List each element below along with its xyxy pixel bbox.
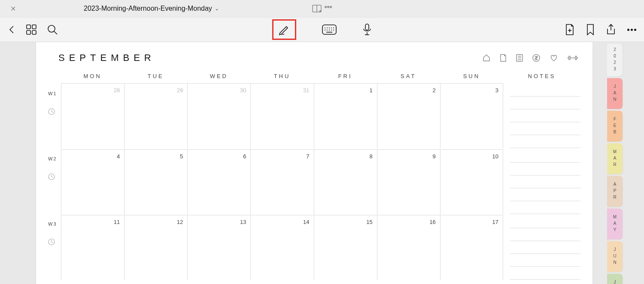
svg-rect-9 xyxy=(322,25,336,34)
day-number: 31 xyxy=(303,87,309,94)
day-header: THU xyxy=(250,73,313,83)
notes-cell[interactable] xyxy=(503,215,580,281)
day-cell[interactable]: 15 xyxy=(314,215,377,280)
day-number: 10 xyxy=(492,153,498,160)
more-button[interactable] xyxy=(627,29,636,31)
day-number: 17 xyxy=(492,219,498,225)
notes-cell[interactable] xyxy=(503,83,580,149)
finance-icon[interactable] xyxy=(532,54,540,62)
document-title-dropdown[interactable]: 2023-Morning-Afternoon-Evening-Monday ⌄ xyxy=(84,5,219,12)
chevron-down-icon: ⌄ xyxy=(215,6,219,12)
day-number: 13 xyxy=(240,219,246,225)
day-cell[interactable]: 31 xyxy=(250,83,313,148)
day-cell[interactable]: 2 xyxy=(377,83,440,148)
day-cell[interactable]: 6 xyxy=(187,149,250,215)
tab-month[interactable]: JAN xyxy=(607,78,623,109)
svg-line-41 xyxy=(52,177,53,178)
back-button[interactable] xyxy=(8,24,16,35)
tab-year[interactable]: 2023 xyxy=(607,44,623,76)
day-number: 3 xyxy=(495,87,498,94)
close-icon[interactable]: ✕ xyxy=(10,5,16,13)
month-title: SEPTEMBER xyxy=(58,52,155,63)
document-title-text: 2023-Morning-Afternoon-Evening-Monday xyxy=(84,5,212,12)
day-cell[interactable]: 4 xyxy=(61,149,124,215)
day-number: 14 xyxy=(303,219,309,225)
day-cell[interactable]: 9 xyxy=(377,149,440,215)
day-header: TUE xyxy=(124,73,187,83)
split-view-icon[interactable] xyxy=(312,5,322,12)
day-number: 7 xyxy=(306,153,309,160)
day-cell[interactable]: 17 xyxy=(440,215,503,280)
day-cell[interactable]: 5 xyxy=(124,149,187,215)
tab-month[interactable]: APR xyxy=(607,176,623,207)
titlebar-center-controls: ••• xyxy=(312,5,332,12)
day-cell[interactable]: 1 xyxy=(314,83,377,148)
search-button[interactable] xyxy=(46,24,58,36)
notes-cell[interactable] xyxy=(503,149,580,215)
tab-month[interactable]: FEB xyxy=(607,111,623,142)
week-label: W3 xyxy=(48,221,57,227)
svg-rect-31 xyxy=(569,56,570,60)
svg-rect-21 xyxy=(365,24,369,30)
clock-icon[interactable] xyxy=(48,173,55,182)
day-cell[interactable]: 12 xyxy=(124,215,187,280)
day-number: 29 xyxy=(177,87,183,94)
day-header: FRI xyxy=(314,73,377,83)
day-header: SAT xyxy=(377,73,440,83)
day-cell[interactable]: 30 xyxy=(187,83,250,148)
tab-month[interactable]: MAY xyxy=(607,208,623,239)
toolbar xyxy=(0,17,644,42)
keyboard-tool-button[interactable] xyxy=(322,24,337,35)
workspace: SEPTEMBER W1W2W3 MONTUEWEDTHUFRISATSUNNO… xyxy=(0,42,644,284)
page-nav-icons xyxy=(483,54,578,62)
page-icon[interactable] xyxy=(500,54,507,62)
day-number: 5 xyxy=(180,153,183,160)
day-cell[interactable]: 14 xyxy=(250,215,313,280)
thumbnails-button[interactable] xyxy=(26,24,37,35)
day-cell[interactable]: 29 xyxy=(124,83,187,148)
list-icon[interactable] xyxy=(516,54,523,62)
share-button[interactable] xyxy=(606,24,616,36)
day-cell[interactable]: 7 xyxy=(250,149,313,215)
day-cell[interactable]: 10 xyxy=(440,149,503,215)
svg-rect-5 xyxy=(27,30,30,34)
day-cell[interactable]: 28 xyxy=(61,83,124,148)
fitness-icon[interactable] xyxy=(568,54,578,62)
titlebar: ✕ 2023-Morning-Afternoon-Evening-Monday … xyxy=(0,0,644,17)
week-label: W1 xyxy=(48,91,57,96)
day-cell[interactable]: 11 xyxy=(61,215,124,280)
day-number: 30 xyxy=(240,87,246,94)
day-number: 28 xyxy=(114,87,120,94)
day-header: SUN xyxy=(440,73,503,83)
day-number: 11 xyxy=(114,219,120,225)
clock-icon[interactable] xyxy=(48,239,55,247)
pen-tool-button[interactable] xyxy=(272,19,296,40)
heart-icon[interactable] xyxy=(550,54,558,62)
day-header: MON xyxy=(61,73,124,83)
day-number: 15 xyxy=(366,219,372,225)
svg-rect-6 xyxy=(32,30,36,34)
day-header: NOTES xyxy=(503,73,580,83)
svg-rect-32 xyxy=(575,56,577,60)
svg-rect-3 xyxy=(27,25,30,29)
bookmark-button[interactable] xyxy=(586,24,595,36)
day-cell[interactable]: 3 xyxy=(440,83,503,148)
tab-month[interactable]: JUL xyxy=(607,274,623,284)
planner-page[interactable]: SEPTEMBER W1W2W3 MONTUEWEDTHUFRISATSUNNO… xyxy=(36,42,592,284)
add-page-button[interactable] xyxy=(565,24,575,36)
tab-month[interactable]: JUN xyxy=(607,241,623,272)
day-cell[interactable]: 16 xyxy=(377,215,440,280)
svg-point-2 xyxy=(319,10,321,12)
svg-rect-4 xyxy=(32,25,36,29)
tab-month[interactable]: MAR xyxy=(607,143,623,174)
day-cell[interactable]: 8 xyxy=(314,149,377,215)
day-cell[interactable]: 13 xyxy=(187,215,250,280)
clock-icon[interactable] xyxy=(48,108,55,117)
svg-line-8 xyxy=(54,31,57,34)
side-tabs: 2023JANFEBMARAPRMAYJUNJUL xyxy=(607,44,623,284)
svg-line-38 xyxy=(52,112,53,112)
day-number: 2 xyxy=(433,87,436,94)
day-number: 8 xyxy=(369,153,372,160)
microphone-button[interactable] xyxy=(362,23,372,36)
home-icon[interactable] xyxy=(483,54,490,62)
